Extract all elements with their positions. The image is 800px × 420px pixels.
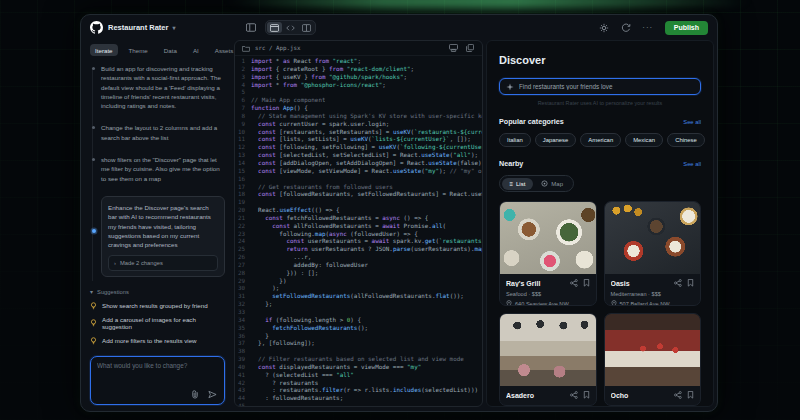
copy-icon-button[interactable]	[465, 43, 475, 53]
line-number: 18	[235, 191, 251, 199]
suggestion-item[interactable]: Show search results grouped by friend	[90, 302, 225, 310]
settings-gear-icon-button[interactable]	[596, 21, 612, 34]
restaurant-photo	[605, 314, 701, 386]
brand-area: Restaurant Rater ▾	[90, 21, 237, 34]
category-chip-american[interactable]: American	[580, 133, 621, 147]
restaurant-card[interactable]: Oasis Mediterranean · $$$ 507 Ballard Av…	[604, 201, 702, 306]
line-number: 8	[235, 113, 251, 121]
category-chip-italian[interactable]: Italian	[499, 133, 531, 147]
share-icon[interactable]	[570, 279, 578, 287]
active-timeline-dot	[92, 229, 96, 233]
chevron-down-icon: ▾	[90, 289, 93, 295]
page-title: Discover	[499, 54, 701, 66]
preview-view-button[interactable]	[267, 22, 282, 33]
attach-icon-button[interactable]	[190, 389, 200, 399]
code-line: 6// Main App component	[235, 97, 482, 105]
list-view-toggle[interactable]: ≡ List	[502, 178, 534, 190]
code-line: 1import * as React from "react";	[235, 58, 482, 66]
restaurant-cards-grid: Ray's Grill Seafood · $$$ 640 Seaview Av…	[499, 201, 701, 406]
suggestions-header[interactable]: ▾ Suggestions	[90, 289, 129, 295]
suggestion-item[interactable]: Add a carousel of images for each sugges…	[90, 316, 225, 330]
see-all-link[interactable]: See all	[683, 119, 701, 125]
chat-message: Enhance the Discover page's search bar w…	[108, 203, 218, 249]
section-title: Nearby	[499, 159, 523, 168]
line-number: 37	[235, 340, 251, 348]
suggestion-label: Add more filters to the results view	[102, 337, 197, 344]
code-line: 32 };	[235, 301, 482, 309]
code-line: 42 ? restaurants	[235, 380, 482, 388]
category-chip-japanese[interactable]: Japanese	[535, 133, 577, 147]
tab-ai[interactable]: AI	[188, 44, 204, 56]
code-view-button[interactable]	[283, 22, 298, 33]
line-number: 36	[235, 333, 251, 341]
bookmark-icon[interactable]	[687, 391, 694, 399]
code-line: 27 addedBy: followedUser	[235, 262, 482, 270]
lightbulb-icon	[90, 319, 97, 327]
chat-input[interactable]	[97, 362, 218, 390]
bookmark-icon[interactable]	[583, 391, 590, 399]
suggestions-list: Show search results grouped by friendAdd…	[90, 302, 225, 345]
refresh-icon-button[interactable]	[618, 21, 634, 34]
share-icon[interactable]	[674, 391, 682, 399]
view-mode-segment	[265, 20, 316, 35]
line-number: 35	[235, 325, 251, 333]
bookmark-icon[interactable]	[687, 279, 694, 287]
restaurant-photo	[500, 202, 596, 274]
code-line: 28 })) : [];	[235, 270, 482, 278]
code-line: 5	[235, 89, 482, 97]
see-all-link[interactable]: See all	[683, 161, 701, 167]
category-chip-mexican[interactable]: Mexican	[625, 133, 663, 147]
restaurant-address: 640 Seaview Ave NW	[515, 301, 569, 307]
line-number: 41	[235, 372, 251, 380]
share-icon[interactable]	[674, 279, 682, 287]
diff-icon-button[interactable]	[448, 43, 458, 53]
restaurant-name: Asadero	[506, 392, 565, 399]
restaurant-photo	[605, 202, 701, 274]
code-line: 34 if (following.length > 0) {	[235, 317, 482, 325]
code-line: 38	[235, 348, 482, 356]
app-preview-panel: Discover Restaurant Rater uses AI to per…	[486, 40, 714, 407]
line-number: 9	[235, 121, 251, 129]
send-icon-button[interactable]	[207, 389, 217, 399]
split-view-button[interactable]	[299, 22, 314, 33]
publish-button[interactable]: Publish	[665, 21, 708, 35]
restaurant-card[interactable]: Ray's Grill Seafood · $$$ 640 Seaview Av…	[499, 201, 597, 306]
share-icon[interactable]	[570, 391, 578, 399]
iterate-sidebar: IterateThemeDataAIAssets Build an app fo…	[81, 40, 234, 411]
restaurant-card[interactable]: Ocho	[604, 313, 702, 406]
code-line: 33	[235, 309, 482, 317]
line-number: 39	[235, 356, 251, 364]
category-chips: ItalianJapaneseAmericanMexicanChinese	[499, 133, 701, 147]
restaurant-search-input[interactable]	[519, 83, 694, 90]
restaurant-address: 507 Ballard Ave NW	[620, 301, 670, 307]
chat-message: show filters on the "Discover" page that…	[101, 155, 225, 183]
code-line: 43 : restaurants.filter(r => r.lists.inc…	[235, 387, 482, 395]
chat-input-actions	[190, 389, 217, 399]
more-options-button[interactable]: ···	[640, 21, 656, 34]
bookmark-icon[interactable]	[583, 279, 590, 287]
made-changes-button[interactable]: › Made 2 changes	[108, 255, 218, 271]
tab-theme[interactable]: Theme	[124, 44, 153, 56]
code-line: 20 React.useEffect(() => {	[235, 207, 482, 215]
app-title-dropdown[interactable]: Restaurant Rater ▾	[108, 23, 175, 32]
code-line: 24 const userRestaurants = await spark.k…	[235, 238, 482, 246]
map-view-toggle[interactable]: Map	[533, 178, 571, 190]
lightbulb-icon	[90, 337, 97, 345]
category-chip-chinese[interactable]: Chinese	[667, 133, 705, 147]
line-number: 44	[235, 395, 251, 403]
restaurant-card[interactable]: Asadero	[499, 313, 597, 406]
code-line: 36 }	[235, 333, 482, 341]
sidebar-tabs: IterateThemeDataAIAssets	[90, 44, 225, 56]
lightbulb-icon	[90, 302, 97, 310]
line-number: 7	[235, 105, 251, 113]
suggestion-item[interactable]: Add more filters to the results view	[90, 337, 225, 345]
tab-iterate[interactable]: Iterate	[90, 44, 118, 56]
tab-data[interactable]: Data	[159, 44, 182, 56]
ai-search-box	[499, 78, 701, 95]
code-area[interactable]: 1import * as React from "react";2import …	[235, 56, 482, 406]
line-number: 38	[235, 348, 251, 356]
line-number: 26	[235, 254, 251, 262]
code-line: 2import { createRoot } from "react-dom/c…	[235, 66, 482, 74]
sidebar-toggle-button[interactable]	[243, 21, 259, 34]
card-body: Asadero	[500, 386, 596, 405]
